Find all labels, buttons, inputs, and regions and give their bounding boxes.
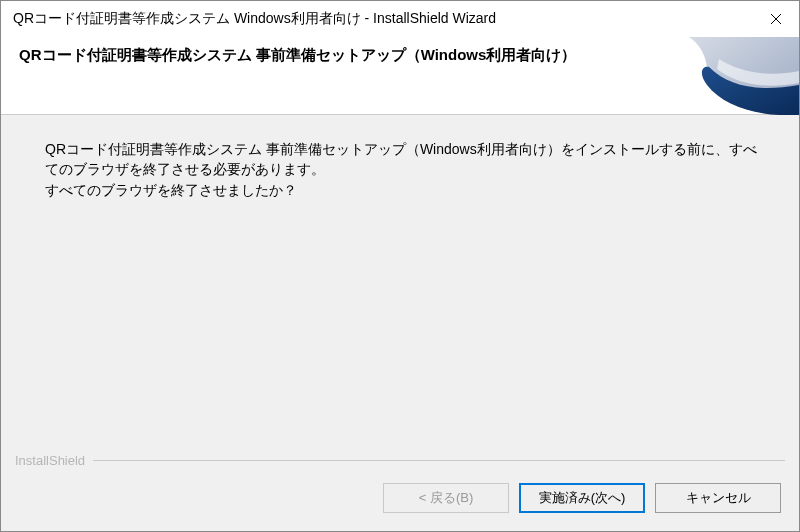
installer-window: QRコード付証明書等作成システム Windows利用者向け - InstallS… <box>0 0 800 532</box>
next-button[interactable]: 実施済み(次へ) <box>519 483 645 513</box>
content-message-2: すべてのブラウザを終了させましたか？ <box>45 180 759 200</box>
wizard-header: QRコード付証明書等作成システム 事前準備セットアップ（Windows利用者向け… <box>1 37 799 115</box>
wizard-button-row: < 戻る(B) 実施済み(次へ) キャンセル <box>1 471 799 531</box>
cancel-button[interactable]: キャンセル <box>655 483 781 513</box>
footer-brand: InstallShield <box>15 453 85 468</box>
footer-divider <box>93 460 785 461</box>
titlebar: QRコード付証明書等作成システム Windows利用者向け - InstallS… <box>1 1 799 37</box>
close-icon <box>771 14 781 24</box>
wizard-content: QRコード付証明書等作成システム 事前準備セットアップ（Windows利用者向け… <box>1 115 799 449</box>
footer-brand-row: InstallShield <box>1 449 799 471</box>
content-message-1: QRコード付証明書等作成システム 事前準備セットアップ（Windows利用者向け… <box>45 139 759 180</box>
back-button: < 戻る(B) <box>383 483 509 513</box>
header-graphic <box>649 37 799 115</box>
close-button[interactable] <box>753 1 799 37</box>
window-title: QRコード付証明書等作成システム Windows利用者向け - InstallS… <box>13 10 753 28</box>
wizard-header-title: QRコード付証明書等作成システム 事前準備セットアップ（Windows利用者向け… <box>19 45 576 65</box>
